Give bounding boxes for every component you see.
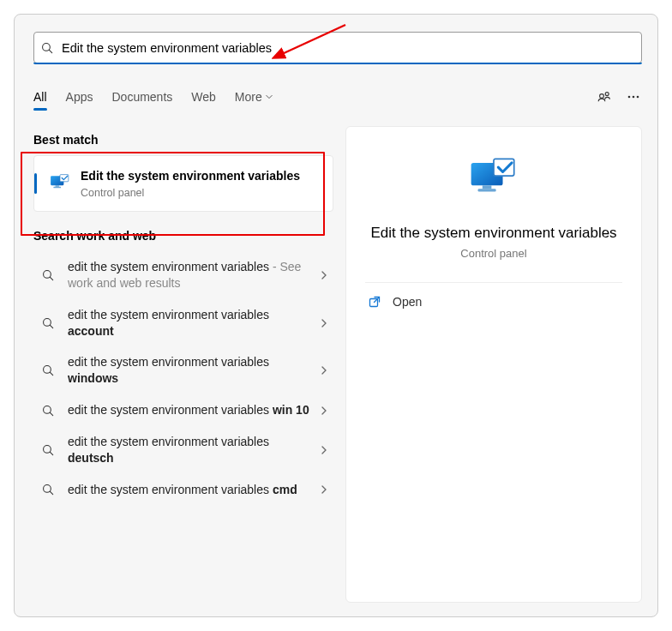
suggestion-item[interactable]: edit the system environment variables cm… bbox=[33, 474, 333, 506]
svg-line-16 bbox=[50, 373, 53, 376]
detail-subtitle: Control panel bbox=[346, 247, 641, 260]
search-bar[interactable] bbox=[33, 32, 642, 63]
filter-tab-web[interactable]: Web bbox=[191, 85, 216, 109]
filter-tab-all[interactable]: All bbox=[33, 85, 47, 109]
suggestion-text: edit the system environment variables ac… bbox=[68, 307, 313, 340]
svg-line-12 bbox=[50, 277, 53, 280]
chevron-right-icon bbox=[320, 319, 328, 328]
svg-rect-24 bbox=[483, 185, 492, 189]
best-match-subtitle: Control panel bbox=[81, 187, 300, 199]
filter-tab-more[interactable]: More bbox=[235, 85, 273, 109]
suggestion-item[interactable]: edit the system environment variables ac… bbox=[33, 299, 333, 347]
best-match-heading: Best match bbox=[33, 133, 333, 147]
best-match-text: Edit the system environment variables Co… bbox=[81, 168, 300, 199]
suggestion-text: edit the system environment variables wi… bbox=[68, 354, 313, 387]
svg-point-4 bbox=[628, 96, 631, 99]
svg-line-18 bbox=[50, 412, 53, 416]
suggestion-text: edit the system environment variables de… bbox=[68, 434, 313, 466]
detail-title: Edit the system environment variables bbox=[346, 225, 641, 242]
svg-point-6 bbox=[637, 96, 639, 99]
search-input[interactable] bbox=[62, 41, 634, 55]
suggestion-item[interactable]: edit the system environment variables wi… bbox=[33, 346, 333, 394]
search-icon bbox=[42, 484, 54, 496]
search-icon bbox=[42, 364, 54, 376]
search-icon bbox=[42, 317, 54, 329]
svg-point-3 bbox=[605, 93, 609, 96]
filter-tab-more-label: More bbox=[235, 90, 262, 104]
chevron-right-icon bbox=[320, 271, 328, 279]
detail-action-open[interactable]: Open bbox=[346, 283, 641, 321]
org-search-icon[interactable] bbox=[597, 90, 611, 104]
suggestion-item[interactable]: edit the system environment variables wi… bbox=[33, 394, 333, 426]
search-icon bbox=[42, 269, 54, 281]
suggestion-text: edit the system environment variables cm… bbox=[68, 482, 313, 498]
more-options-icon[interactable] bbox=[627, 90, 640, 104]
chevron-right-icon bbox=[320, 485, 328, 494]
best-match-result[interactable]: Edit the system environment variables Co… bbox=[33, 155, 333, 212]
control-panel-monitor-icon-large bbox=[469, 156, 519, 206]
svg-rect-8 bbox=[56, 185, 59, 187]
search-icon bbox=[42, 444, 54, 456]
suggestion-text: edit the system environment variables wi… bbox=[68, 402, 313, 418]
svg-line-20 bbox=[50, 452, 53, 455]
suggestion-item[interactable]: edit the system environment variables - … bbox=[33, 251, 333, 299]
search-icon bbox=[42, 405, 54, 417]
search-window: All Apps Documents Web More B bbox=[14, 14, 658, 617]
search-web-heading: Search work and web bbox=[33, 229, 333, 243]
filter-tab-documents[interactable]: Documents bbox=[111, 85, 172, 109]
filter-row: All Apps Documents Web More bbox=[33, 81, 642, 112]
svg-line-22 bbox=[50, 492, 53, 496]
suggestion-list: edit the system environment variables - … bbox=[33, 251, 333, 506]
search-focus-underline bbox=[33, 63, 642, 64]
svg-point-2 bbox=[600, 94, 604, 99]
chevron-right-icon bbox=[320, 406, 328, 415]
svg-rect-26 bbox=[494, 159, 514, 176]
chevron-down-icon bbox=[266, 93, 273, 100]
open-external-icon bbox=[369, 296, 381, 308]
filter-tab-apps[interactable]: Apps bbox=[66, 85, 93, 109]
svg-line-1 bbox=[49, 50, 52, 53]
chevron-right-icon bbox=[320, 366, 328, 375]
suggestion-text: edit the system environment variables - … bbox=[68, 259, 313, 291]
results-list: Best match Edit the system environment v… bbox=[33, 124, 333, 506]
search-icon bbox=[41, 42, 53, 54]
best-match-title: Edit the system environment variables bbox=[81, 168, 300, 184]
chevron-right-icon bbox=[320, 446, 328, 454]
detail-action-open-label: Open bbox=[393, 295, 422, 309]
svg-line-14 bbox=[50, 325, 53, 328]
control-panel-monitor-icon bbox=[50, 173, 70, 194]
suggestion-item[interactable]: edit the system environment variables de… bbox=[33, 426, 333, 474]
svg-rect-9 bbox=[53, 187, 61, 188]
svg-rect-25 bbox=[478, 189, 496, 191]
detail-pane: Edit the system environment variables Co… bbox=[345, 126, 642, 603]
svg-point-5 bbox=[633, 96, 635, 99]
